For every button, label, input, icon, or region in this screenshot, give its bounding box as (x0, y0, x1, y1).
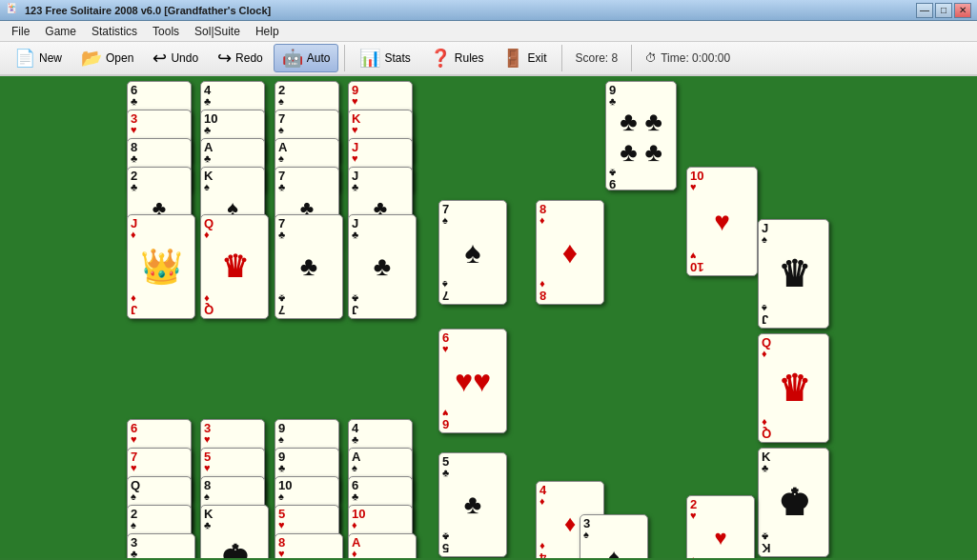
window-title: 123 Free Solitaire 2008 v6.0 [Grandfathe… (25, 5, 916, 16)
auto-button[interactable]: 🤖 Auto (274, 44, 339, 72)
card-js-face[interactable]: J♠ ♛ J♠ (758, 219, 829, 329)
gamearea: 6♣ ♣ 6♣ 3♥ ♥ 3♥ 8♣ ♣ 8♣ 2♣ ♣ 2♣ J♦ 👑 J♦ … (0, 76, 977, 558)
toolbar-separator-3 (631, 45, 632, 71)
exit-icon: 🚪 (502, 48, 523, 69)
card-3c-b[interactable]: 3♣ ♣ 3♣ (127, 533, 195, 558)
menu-game[interactable]: Game (37, 23, 84, 40)
toolbar: 📄 New 📂 Open ↩ Undo ↪ Redo 🤖 Auto 📊 Stat… (0, 42, 977, 76)
time-display: ⏱ Time: 0:00:00 (638, 51, 738, 65)
titlebar: 🃏 123 Free Solitaire 2008 v6.0 [Grandfat… (0, 0, 977, 21)
menu-tools[interactable]: Tools (145, 23, 187, 40)
toolbar-separator (344, 45, 345, 71)
close-button[interactable]: ✕ (954, 3, 971, 18)
card-kc-b[interactable]: K♣ ♚ K♣ (200, 505, 269, 558)
score-display: Score: 8 (568, 51, 626, 65)
redo-button[interactable]: ↪ Redo (209, 44, 272, 72)
card-9c[interactable]: 9♣ ♣ ♣♣ ♣ 9♣ (605, 81, 677, 190)
card-8h-b[interactable]: 8♥ ♥ 8♥ (275, 533, 343, 558)
minimize-button[interactable]: — (916, 3, 933, 18)
card-6h[interactable]: 6♥ ♥♥ 6♥ (438, 329, 507, 433)
card-7spades[interactable]: 7♠ ♠ 7♠ (438, 200, 507, 305)
card-8d[interactable]: 8♦ ♦ 8♦ (536, 200, 604, 305)
card-kc-face[interactable]: K♣ ♚ K♣ (758, 448, 829, 557)
undo-icon: ↩ (153, 48, 167, 69)
card-jc2[interactable]: J♣ ♣ J♣ (348, 214, 417, 319)
exit-button[interactable]: 🚪 Exit (494, 44, 555, 72)
card-qd-face[interactable]: Q♦ ♛ Q♦ (758, 333, 829, 443)
card-3s[interactable]: 3♠ ♠ 3♠ (580, 514, 648, 558)
menu-help[interactable]: Help (248, 23, 287, 40)
rules-button[interactable]: ❓ Rules (421, 44, 493, 72)
open-button[interactable]: 📂 Open (72, 44, 142, 72)
toolbar-separator-2 (561, 45, 562, 71)
stats-button[interactable]: 📊 Stats (351, 44, 418, 72)
maximize-button[interactable]: □ (935, 3, 952, 18)
card-ad-b[interactable]: A♦ ♦ A♦ (348, 533, 417, 558)
card-qd[interactable]: Q♦ ♛ Q♦ (200, 214, 269, 319)
menu-solsuite[interactable]: Sol|Suite (187, 23, 248, 40)
card-jd[interactable]: J♦ 👑 J♦ (127, 214, 195, 319)
card-10h[interactable]: 10♥ ♥ 10♥ (686, 167, 758, 276)
auto-icon: 🤖 (282, 48, 303, 69)
app-icon: 🃏 (6, 3, 21, 18)
undo-button[interactable]: ↩ Undo (144, 44, 207, 72)
card-5c[interactable]: 5♣ ♣ 5♣ (438, 452, 507, 557)
new-button[interactable]: 📄 New (6, 44, 71, 72)
menubar: File Game Statistics Tools Sol|Suite Hel… (0, 21, 977, 42)
open-icon: 📂 (81, 48, 102, 69)
card-2h[interactable]: 2♥ ♥ 2♥ (686, 495, 755, 558)
menu-statistics[interactable]: Statistics (84, 23, 145, 40)
redo-icon: ↪ (217, 48, 232, 69)
clock-icon: ⏱ (645, 51, 657, 65)
new-icon: 📄 (14, 48, 35, 69)
menu-file[interactable]: File (4, 23, 37, 40)
stats-icon: 📊 (359, 48, 380, 69)
card-7s[interactable]: 7♣ ♣ 7♣ (275, 214, 343, 319)
rules-icon: ❓ (430, 48, 451, 69)
